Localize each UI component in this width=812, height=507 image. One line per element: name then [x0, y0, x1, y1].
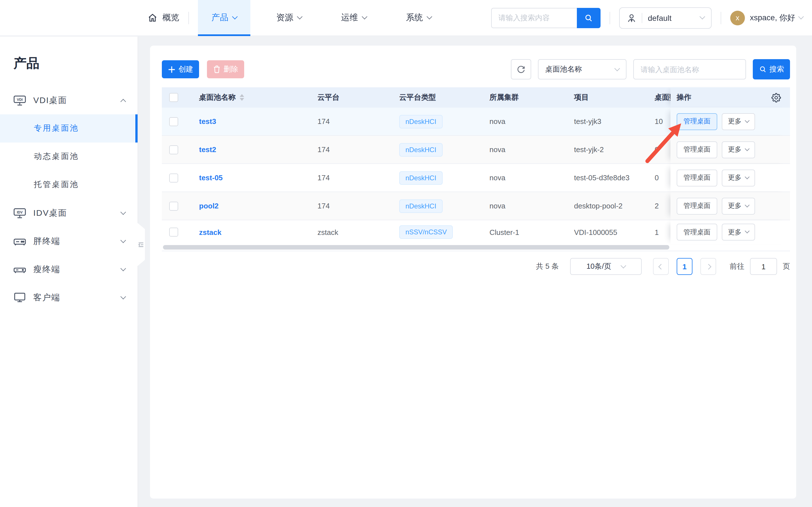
sidebar-item-dedicated-pool[interactable]: 专用桌面池 [0, 114, 138, 143]
row-checkbox[interactable] [169, 202, 178, 210]
more-button[interactable]: 更多 [722, 113, 755, 130]
vdi-desktop-icon: VDI [13, 95, 26, 106]
delete-button[interactable]: 删除 [207, 60, 244, 78]
platform-type-tag: nDeskHCI [399, 143, 442, 156]
sidebar-item-hosted-pool[interactable]: 托管桌面池 [0, 171, 138, 199]
pool-name-link[interactable]: test3 [199, 117, 216, 126]
pool-name-link[interactable]: test2 [199, 145, 216, 154]
nav-overview[interactable]: 概览 [148, 12, 179, 23]
sidebar-item-thin-terminal[interactable]: 瘦终端 [0, 255, 138, 283]
global-search-button[interactable] [577, 8, 601, 28]
platform-type-tag: nSSV/nCSSV [399, 225, 453, 239]
page-number-button[interactable]: 1 [677, 258, 693, 275]
page-size-select[interactable]: 10条/页 [570, 258, 642, 275]
table-row[interactable]: test2 174 nDeskHCI nova test-yjk-2 0 管理桌… [162, 136, 790, 164]
goto-page-label: 前往 [730, 262, 744, 272]
pool-name-link[interactable]: zstack [199, 228, 221, 236]
row-checkbox[interactable] [169, 228, 178, 237]
cell-cluster: nova [482, 117, 567, 126]
filter-input[interactable] [633, 59, 746, 79]
organization-selector[interactable]: default [619, 7, 712, 29]
sidebar-item-label: 胖终端 [33, 236, 60, 246]
sidebar-title: 产品 [0, 37, 138, 72]
actions-header-label: 操作 [677, 93, 691, 103]
cell-project: desktop-pool-2 [567, 202, 647, 210]
organization-value: default [648, 13, 672, 22]
thin-terminal-icon [13, 264, 26, 275]
top-navigation-bar: 概览 产品 资源 运维 系统 [0, 0, 812, 36]
table-bottom-border [162, 251, 790, 251]
row-checkbox[interactable] [169, 145, 178, 154]
platform-type-tag: nDeskHCI [399, 171, 442, 184]
sidebar-item-idv-desktop[interactable]: IDV IDV桌面 [0, 199, 138, 227]
pool-name-link[interactable]: test-05 [199, 173, 223, 182]
chevron-down-icon [745, 203, 750, 207]
user-menu[interactable]: x xspace, 你好 [730, 10, 803, 25]
sidebar-menu: VDI VDI桌面 专用桌面池 动态桌面池 托管桌面池 IDV IDV桌面 胖终… [0, 86, 138, 312]
more-button-label: 更多 [728, 145, 742, 154]
table-row[interactable]: test3 174 nDeskHCI nova test-yjk3 10 管理桌… [162, 108, 790, 136]
manage-desktop-button[interactable]: 管理桌面 [677, 224, 717, 240]
sort-icon[interactable] [240, 94, 244, 101]
svg-text:IDV: IDV [17, 210, 23, 214]
table-row[interactable]: pool2 174 nDeskHCI nova desktop-pool-2 2… [162, 192, 790, 220]
cell-cluster: nova [482, 202, 567, 210]
column-header-actions: 操作 [670, 87, 790, 108]
chevron-down-icon [620, 263, 626, 268]
topbar-divider [721, 11, 721, 24]
scrollbar-thumb[interactable] [163, 245, 669, 249]
row-actions: 管理桌面 更多 [670, 220, 790, 244]
filter-field-select[interactable]: 桌面池名称 [538, 59, 626, 79]
more-button[interactable]: 更多 [722, 224, 755, 240]
user-greeting: xspace, 你好 [750, 13, 795, 23]
create-button[interactable]: 创建 [162, 60, 199, 78]
table-row[interactable]: zstack zstack nSSV/nCSSV Cluster-1 VDI-1… [162, 220, 790, 244]
row-actions: 管理桌面 更多 [670, 164, 790, 191]
gear-icon[interactable] [771, 93, 781, 102]
manage-desktop-button[interactable]: 管理桌面 [677, 198, 717, 214]
manage-desktop-button[interactable]: 管理桌面 [677, 113, 717, 130]
sidebar-collapse-handle[interactable] [137, 223, 145, 267]
global-search-input[interactable] [491, 8, 577, 28]
cell-platform: 174 [310, 173, 392, 182]
more-button-label: 更多 [728, 173, 742, 182]
chevron-down-icon [297, 14, 303, 19]
chevron-down-icon [745, 118, 750, 123]
sidebar-item-label: 客户端 [33, 292, 60, 303]
row-checkbox[interactable] [169, 173, 178, 182]
previous-page-button[interactable] [653, 258, 669, 275]
trash-icon [213, 65, 220, 73]
chevron-down-icon [362, 14, 367, 19]
next-page-button[interactable] [700, 258, 716, 275]
chevron-up-icon [120, 99, 126, 104]
refresh-button[interactable] [511, 59, 531, 79]
cell-project: test-yjk-2 [567, 145, 647, 154]
sidebar-item-client[interactable]: 客户端 [0, 283, 138, 312]
goto-page-input[interactable] [750, 258, 777, 275]
table-row[interactable]: test-05 174 nDeskHCI nova test-05-d3fe8d… [162, 164, 790, 192]
manage-desktop-button[interactable]: 管理桌面 [677, 169, 717, 186]
pool-name-link[interactable]: pool2 [199, 202, 218, 210]
manage-desktop-button[interactable]: 管理桌面 [677, 141, 717, 158]
desktop-pool-table: 桌面池名称 云平台 云平台类型 所属集群 项目 桌面数 操作 test3 [162, 87, 790, 251]
sidebar-item-dynamic-pool[interactable]: 动态桌面池 [0, 143, 138, 171]
sidebar-item-fat-terminal[interactable]: 胖终端 [0, 227, 138, 255]
svg-text:VDI: VDI [17, 98, 23, 101]
collapse-sidebar-icon [138, 241, 144, 247]
nav-tab-products[interactable]: 产品 [198, 0, 250, 36]
nav-tab-system[interactable]: 系统 [393, 0, 445, 36]
row-checkbox[interactable] [169, 117, 178, 126]
nav-tab-products-label: 产品 [211, 12, 229, 23]
select-all-checkbox[interactable] [169, 93, 178, 102]
more-button[interactable]: 更多 [722, 198, 755, 214]
home-icon [148, 13, 157, 22]
sidebar-item-vdi-desktop[interactable]: VDI VDI桌面 [0, 86, 138, 114]
nav-tab-resources[interactable]: 资源 [263, 0, 315, 36]
client-icon [13, 292, 26, 303]
more-button[interactable]: 更多 [722, 141, 755, 158]
more-button[interactable]: 更多 [722, 169, 755, 186]
pagination: 共 5 条 10条/页 1 前往 页 [162, 258, 790, 276]
search-button[interactable]: 搜索 [753, 59, 790, 79]
nav-tab-operations[interactable]: 运维 [327, 0, 380, 36]
more-button-label: 更多 [728, 117, 742, 126]
